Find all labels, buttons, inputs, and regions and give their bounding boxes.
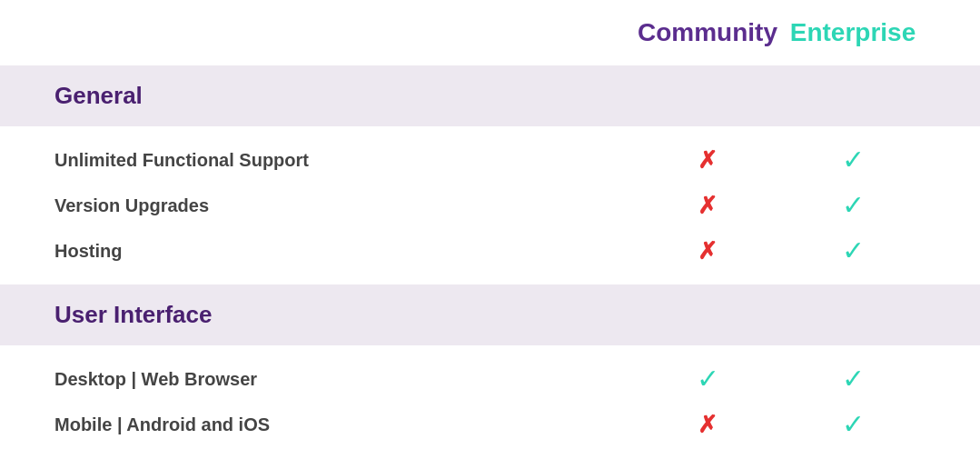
cross-icon: ✗: [698, 146, 718, 174]
section-header-general: General: [0, 65, 980, 126]
feature-label: Version Upgrades: [54, 195, 635, 216]
cross-icon: ✗: [698, 237, 718, 264]
cross-icon: ✗: [698, 411, 718, 438]
feature-label: Mobile | Android and iOS: [54, 414, 635, 435]
table-row: Hosting✗✓: [0, 228, 980, 274]
enterprise-cell: ✓: [780, 365, 926, 393]
enterprise-cell: ✓: [780, 411, 926, 438]
table-row: Version Upgrades✗✓: [0, 183, 980, 228]
feature-rows-user-interface: Desktop | Web Browser✓✓Mobile | Android …: [0, 345, 980, 458]
cross-icon: ✗: [698, 192, 718, 219]
enterprise-cell: ✓: [780, 146, 926, 174]
check-icon: ✓: [697, 364, 719, 394]
check-icon: ✓: [842, 235, 865, 265]
section-header-user-interface: User Interface: [0, 284, 980, 345]
community-cell: ✗: [635, 239, 780, 263]
feature-label: Hosting: [54, 241, 635, 262]
enterprise-cell: ✓: [780, 192, 926, 219]
section-title-user-interface: User Interface: [54, 301, 212, 328]
feature-label: Unlimited Functional Support: [54, 150, 635, 171]
comparison-table: Community Enterprise GeneralUnlimited Fu…: [0, 0, 980, 458]
check-icon: ✓: [842, 190, 865, 220]
feature-rows-general: Unlimited Functional Support✗✓Version Up…: [0, 126, 980, 284]
column-headers: Community Enterprise: [0, 0, 980, 65]
enterprise-cell: ✓: [780, 237, 926, 264]
community-cell: ✓: [635, 365, 780, 393]
community-column-header: Community: [635, 18, 780, 47]
sections-container: GeneralUnlimited Functional Support✗✓Ver…: [0, 65, 980, 458]
section-title-general: General: [54, 82, 143, 109]
community-cell: ✗: [635, 194, 780, 217]
table-row: Mobile | Android and iOS✗✓: [0, 402, 980, 447]
check-icon: ✓: [842, 145, 865, 175]
table-row: Desktop | Web Browser✓✓: [0, 356, 980, 402]
community-cell: ✗: [635, 413, 780, 436]
check-icon: ✓: [842, 364, 865, 394]
table-row: Unlimited Functional Support✗✓: [0, 137, 980, 183]
community-cell: ✗: [635, 148, 780, 172]
enterprise-column-header: Enterprise: [780, 18, 926, 47]
check-icon: ✓: [842, 409, 865, 439]
feature-label: Desktop | Web Browser: [54, 369, 635, 390]
